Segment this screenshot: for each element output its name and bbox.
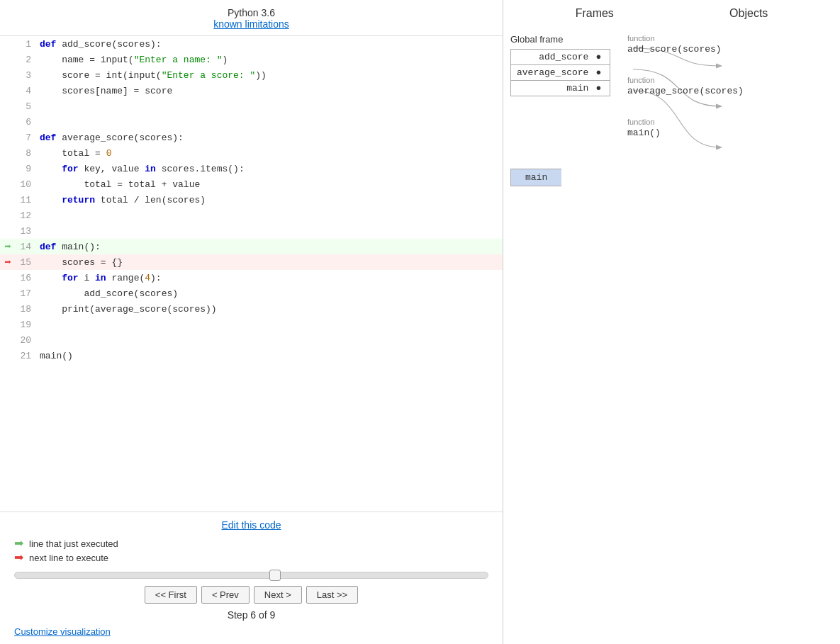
line-num-17: 17 xyxy=(16,286,37,301)
line-arrow-8 xyxy=(0,145,16,161)
code-area: 1 def add_score(scores): 2 name = input(… xyxy=(0,36,503,512)
table-row-15: ➡ 15 scores = {} xyxy=(0,254,503,270)
code-footer: Edit this code ➡ line that just executed… xyxy=(0,512,503,644)
line-code-6 xyxy=(37,114,503,130)
frames-objects-header: Frames Objects xyxy=(503,7,840,27)
page-wrapper: Python 3.6 known limitations 1 def add_s… xyxy=(0,0,840,644)
legend-red-arrow-icon: ➡ xyxy=(14,552,23,563)
slider-track[interactable] xyxy=(14,572,488,579)
line-code-16: for i in range(4): xyxy=(37,270,503,286)
line-num-9: 9 xyxy=(16,161,37,176)
global-frame-title: Global frame xyxy=(510,34,610,45)
line-code-20 xyxy=(37,332,503,348)
table-row: 3 score = int(input("Enter a score: ")) xyxy=(0,67,503,83)
line-num-4: 4 xyxy=(16,83,37,98)
first-button[interactable]: << First xyxy=(145,586,197,604)
line-arrow-9 xyxy=(0,161,16,176)
legend-red-item: ➡ next line to execute xyxy=(14,552,488,563)
line-code-2: name = input("Enter a name: ") xyxy=(37,52,503,67)
line-arrow-1 xyxy=(0,36,16,52)
local-frame-row: main xyxy=(511,169,562,186)
table-row: 13 xyxy=(0,223,503,239)
line-arrow-16 xyxy=(0,270,16,286)
line-arrow-2 xyxy=(0,52,16,67)
table-row: 20 xyxy=(0,332,503,348)
main-container: Python 3.6 known limitations 1 def add_s… xyxy=(0,0,840,644)
object-type-2: function xyxy=(627,118,826,126)
object-value-1: average_score(scores) xyxy=(627,86,826,96)
slider-thumb[interactable] xyxy=(269,570,281,581)
legend-red-text: next line to execute xyxy=(29,553,108,563)
line-code-15: scores = {} xyxy=(37,254,503,270)
nav-buttons: << First < Prev Next > Last >> xyxy=(14,586,488,604)
table-row: 1 def add_score(scores): xyxy=(0,36,503,52)
slider-container xyxy=(14,572,488,579)
var-dot-2: ● xyxy=(594,65,603,81)
object-entry-1: function average_score(scores) xyxy=(627,76,826,96)
legend-green-text: line that just executed xyxy=(29,538,118,549)
line-code-11: return total / len(scores) xyxy=(37,192,503,208)
line-num-10: 10 xyxy=(16,176,37,192)
known-limitations-link[interactable]: known limitations xyxy=(213,18,289,30)
line-code-14: def main(): xyxy=(37,239,503,254)
table-row: 11 return total / len(scores) xyxy=(0,192,503,208)
object-entry-0: function add_score(scores) xyxy=(627,34,826,55)
line-num-6: 6 xyxy=(16,114,37,130)
frame-var-row: average_score ● xyxy=(511,65,610,81)
var-arrow-1 xyxy=(603,50,610,65)
global-frame: Global frame add_score ● average_score ● xyxy=(510,34,610,96)
table-row: 19 xyxy=(0,317,503,332)
line-code-12 xyxy=(37,208,503,223)
edit-code-link[interactable]: Edit this code xyxy=(221,519,281,531)
legend: ➡ line that just executed ➡ next line to… xyxy=(14,538,488,563)
next-button[interactable]: Next > xyxy=(254,586,302,604)
code-table: 1 def add_score(scores): 2 name = input(… xyxy=(0,36,503,363)
line-code-18: print(average_score(scores)) xyxy=(37,301,503,317)
table-row: 16 for i in range(4): xyxy=(0,270,503,286)
left-panel: Python 3.6 known limitations 1 def add_s… xyxy=(0,0,503,644)
table-row: 4 scores[name] = score xyxy=(0,83,503,98)
step-info: Step 6 of 9 xyxy=(14,609,488,621)
table-row: 17 add_score(scores) xyxy=(0,286,503,301)
line-num-2: 2 xyxy=(16,52,37,67)
customize-visualization-link[interactable]: Customize visualization xyxy=(14,626,111,637)
line-code-8: total = 0 xyxy=(37,145,503,161)
line-arrow-4 xyxy=(0,83,16,98)
prev-button[interactable]: < Prev xyxy=(201,586,250,604)
line-num-20: 20 xyxy=(16,332,37,348)
line-code-13 xyxy=(37,223,503,239)
table-row: 5 xyxy=(0,98,503,114)
line-code-3: score = int(input("Enter a score: ")) xyxy=(37,67,503,83)
frame-var-row: add_score ● xyxy=(511,50,610,65)
line-arrow-10 xyxy=(0,176,16,192)
table-row: 7 def average_score(scores): xyxy=(0,130,503,145)
visualization-area: Global frame add_score ● average_score ● xyxy=(503,27,840,637)
line-num-8: 8 xyxy=(16,145,37,161)
last-button[interactable]: Last >> xyxy=(306,586,358,604)
line-num-11: 11 xyxy=(16,192,37,208)
line-num-12: 12 xyxy=(16,208,37,223)
var-name-average-score: average_score xyxy=(511,65,595,81)
line-arrow-6 xyxy=(0,114,16,130)
object-entry-2: function main() xyxy=(627,118,826,138)
line-num-7: 7 xyxy=(16,130,37,145)
line-arrow-17 xyxy=(0,286,16,301)
line-num-19: 19 xyxy=(16,317,37,332)
legend-green-arrow-icon: ➡ xyxy=(14,538,23,549)
var-name-add-score: add_score xyxy=(511,50,595,65)
table-row: 9 for key, value in scores.items(): xyxy=(0,161,503,176)
line-num-5: 5 xyxy=(16,98,37,114)
local-frame-main: main xyxy=(510,169,561,186)
table-row: 2 name = input("Enter a name: ") xyxy=(0,52,503,67)
line-arrow-20 xyxy=(0,332,16,348)
local-frame-title: main xyxy=(511,169,562,186)
local-frame-table: main xyxy=(510,169,561,186)
line-code-21: main() xyxy=(37,348,503,363)
frame-var-row: main ● xyxy=(511,81,610,96)
var-arrow-2 xyxy=(603,65,610,81)
customize-link-container: Customize visualization xyxy=(14,626,488,637)
frames-header-label: Frames xyxy=(576,7,614,20)
line-arrow-21 xyxy=(0,348,16,363)
line-arrow-3 xyxy=(0,67,16,83)
line-arrow-15: ➡ xyxy=(0,254,16,270)
